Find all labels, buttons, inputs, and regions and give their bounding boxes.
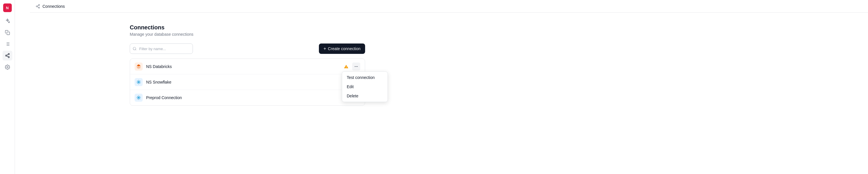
delete-menu-item[interactable]: Delete: [342, 91, 388, 101]
svg-point-22: [355, 66, 355, 67]
plus-icon: +: [323, 46, 326, 51]
svg-point-12: [7, 67, 8, 68]
topbar-title: Connections: [42, 4, 65, 9]
svg-point-24: [357, 66, 358, 67]
svg-text:!: !: [346, 66, 347, 68]
sidebar-item-settings[interactable]: [3, 62, 12, 72]
connection-item-databricks: NS Databricks ! Test connection Edit Del…: [130, 59, 365, 74]
connection-item-snowflake: NS Snowflake: [130, 74, 365, 90]
sidebar-item-list[interactable]: [3, 39, 12, 49]
avatar[interactable]: N: [3, 3, 12, 12]
connection-item-preprod: Preprod Connection !: [130, 90, 365, 105]
topbar: Connections: [30, 0, 868, 13]
search-input[interactable]: [130, 44, 193, 54]
databricks-status-warning: !: [344, 64, 349, 69]
svg-point-14: [36, 6, 37, 7]
svg-line-11: [7, 54, 8, 55]
svg-rect-0: [7, 32, 9, 35]
context-menu: Test connection Edit Delete: [342, 71, 388, 102]
create-connection-button[interactable]: + Create connection: [319, 44, 365, 54]
svg-line-19: [135, 50, 136, 50]
preprod-logo: [135, 94, 143, 102]
preprod-name: Preprod Connection: [146, 95, 344, 100]
sidebar-item-sparkles[interactable]: [3, 16, 12, 26]
test-connection-menu-item[interactable]: Test connection: [342, 73, 388, 82]
svg-point-7: [8, 54, 9, 55]
search-icon: [133, 47, 136, 51]
sidebar-item-connections[interactable]: [3, 51, 12, 60]
connection-list: NS Databricks ! Test connection Edit Del…: [130, 58, 365, 106]
databricks-more-button[interactable]: [352, 63, 360, 71]
page-subtitle: Manage your database connections: [130, 32, 417, 36]
svg-point-9: [8, 56, 9, 58]
svg-point-13: [38, 4, 40, 5]
svg-point-18: [133, 47, 136, 50]
create-connection-label: Create connection: [328, 46, 361, 51]
snowflake-name: NS Snowflake: [146, 80, 344, 84]
toolbar: + Create connection: [130, 44, 365, 54]
snowflake-logo: [135, 78, 143, 86]
databricks-name: NS Databricks: [146, 64, 344, 69]
svg-line-16: [37, 7, 39, 7]
topbar-connections-icon: [36, 4, 40, 9]
svg-line-10: [7, 56, 8, 57]
svg-line-17: [37, 5, 39, 6]
page-title: Connections: [130, 24, 417, 31]
svg-point-15: [38, 7, 40, 8]
main-content: Connections Connections Manage your data…: [15, 0, 868, 174]
databricks-logo: [135, 63, 143, 71]
search-wrapper: [130, 44, 193, 54]
edit-menu-item[interactable]: Edit: [342, 82, 388, 91]
svg-point-23: [356, 66, 356, 67]
content-area: Connections Manage your database connect…: [15, 13, 417, 117]
sidebar: N: [0, 0, 15, 174]
sidebar-item-copy[interactable]: [3, 28, 12, 38]
svg-point-8: [5, 55, 7, 56]
